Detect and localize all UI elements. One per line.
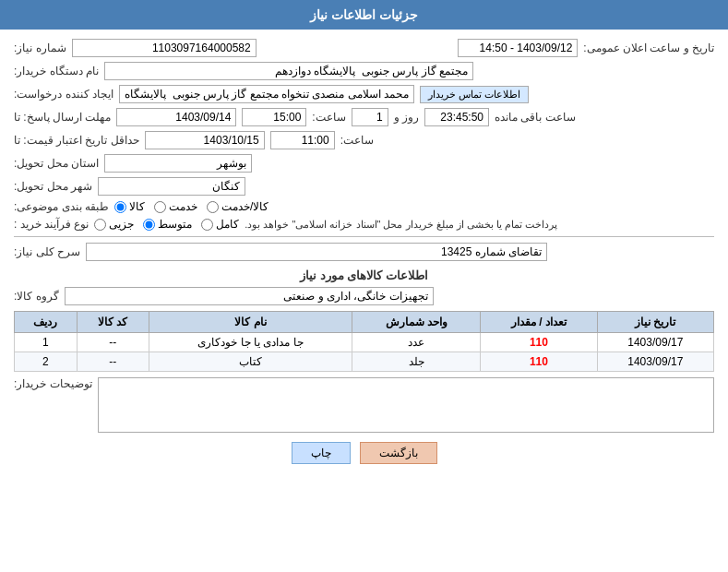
table-row: 1403/09/17 110 عدد جا مدادی یا جا خودکار… <box>15 333 714 352</box>
category-radio-g[interactable] <box>114 201 126 213</box>
city-label: شهر محل تحویل: <box>14 180 92 193</box>
content-area: تاریخ و ساعت اعلان عمومی: شماره نیاز: نا… <box>0 30 728 483</box>
cell-code: -- <box>77 352 149 372</box>
purchase-label-partial: جزیی <box>109 218 134 231</box>
goods-section-title: اطلاعات کالاهای مورد نیاز <box>14 268 714 282</box>
cell-code: -- <box>77 333 149 352</box>
col-name: نام کالا <box>149 312 352 333</box>
requester-input[interactable] <box>119 85 414 103</box>
purchase-type-label: نوع فرآیند خرید : <box>14 218 89 231</box>
row-notes: توضیحات خریدار: <box>14 377 714 433</box>
need-number-label: شماره نیاز: <box>14 42 66 54</box>
price-time-input[interactable] <box>270 131 335 149</box>
days-input[interactable] <box>352 108 388 126</box>
row-purchase-type: پرداخت تمام یا بخشی از مبلغ خریدار محل "… <box>14 218 714 231</box>
row-price-deadline: ساعت: حداقل تاریخ اعتبار قیمت: تا <box>14 131 714 149</box>
separator <box>14 236 714 237</box>
province-label: استان محل تحویل: <box>14 157 99 170</box>
time-label: ساعت: <box>312 111 345 124</box>
category-label-gs: کالا/خدمت <box>221 200 269 213</box>
category-option-goods-service[interactable]: کالا/خدمت <box>207 200 269 213</box>
row-need-number: تاریخ و ساعت اعلان عمومی: شماره نیاز: <box>14 39 714 57</box>
price-deadline-label: حداقل تاریخ اعتبار قیمت: تا <box>14 134 139 147</box>
date-time-input[interactable] <box>458 39 578 57</box>
remaining-label: ساعت باقی مانده <box>495 111 576 124</box>
goods-table: تاریخ نیاز تعداد / مقدار واحد شمارش نام … <box>14 311 714 372</box>
category-option-service[interactable]: خدمت <box>154 200 197 213</box>
purchase-note: پرداخت تمام یا بخشی از مبلغ خریدار محل "… <box>245 219 557 231</box>
contact-button[interactable]: اطلاعات تماس خریدار <box>420 86 529 103</box>
summary-label: سرح کلی نیاز: <box>14 245 80 258</box>
row-requester: اطلاعات تماس خریدار ایجاد کننده درخواست: <box>14 85 714 103</box>
summary-input[interactable] <box>86 243 547 261</box>
city-input[interactable] <box>98 177 245 196</box>
cell-unit: عدد <box>352 333 481 352</box>
category-option-goods[interactable]: کالا <box>114 200 145 213</box>
row-goods-group: گروه کالا: <box>14 287 714 305</box>
print-button[interactable]: چاپ <box>292 442 351 464</box>
purchase-option-full[interactable]: کامل <box>201 218 239 231</box>
col-date: تاریخ نیاز <box>597 312 713 333</box>
category-label-s: خدمت <box>169 200 197 213</box>
cell-row: 1 <box>15 333 78 352</box>
row-response-deadline: ساعت باقی مانده روز و ساعت: مهلت ارسال پ… <box>14 108 714 126</box>
col-row: ردیف <box>15 312 78 333</box>
requester-label: ایجاد کننده درخواست: <box>14 88 113 101</box>
cell-qty: 110 <box>481 352 597 372</box>
purchase-radio-group: کامل متوسط جزیی <box>94 218 239 231</box>
row-province: استان محل تحویل: <box>14 154 714 173</box>
response-date-input[interactable] <box>116 108 236 126</box>
goods-table-body: 1403/09/17 110 عدد جا مدادی یا جا خودکار… <box>15 333 714 372</box>
days-label: روز و <box>394 111 419 124</box>
response-deadline-label: مهلت ارسال پاسخ: تا <box>14 111 111 124</box>
category-radio-gs[interactable] <box>207 201 219 213</box>
price-date-input[interactable] <box>145 131 265 149</box>
goods-group-label: گروه کالا: <box>14 290 59 303</box>
buyer-name-label: نام دستگاه خریدار: <box>14 65 99 77</box>
cell-row: 2 <box>15 352 78 372</box>
purchase-radio-full[interactable] <box>201 219 213 231</box>
col-unit: واحد شمارش <box>352 312 481 333</box>
need-number-input[interactable] <box>72 39 257 57</box>
col-qty: تعداد / مقدار <box>481 312 597 333</box>
table-header-row: تاریخ نیاز تعداد / مقدار واحد شمارش نام … <box>15 312 714 333</box>
row-category: کالا/خدمت خدمت کالا طبقه بندی موضوعی: <box>14 200 714 213</box>
response-time-input[interactable] <box>242 108 306 126</box>
purchase-label-medium: متوسط <box>158 218 192 231</box>
row-summary: سرح کلی نیاز: <box>14 243 714 261</box>
category-label-g: کالا <box>129 200 145 213</box>
table-row: 1403/09/17 110 جلد کتاب -- 2 <box>15 352 714 372</box>
cell-date: 1403/09/17 <box>597 333 713 352</box>
row-buyer-name: نام دستگاه خریدار: <box>14 62 714 80</box>
row-city: شهر محل تحویل: <box>14 177 714 196</box>
remaining-input[interactable] <box>424 108 489 126</box>
goods-group-input[interactable] <box>65 287 434 305</box>
date-time-label: تاریخ و ساعت اعلان عمومی: <box>583 42 714 54</box>
cell-date: 1403/09/17 <box>597 352 713 372</box>
category-radio-s[interactable] <box>154 201 166 213</box>
back-button[interactable]: بازگشت <box>360 442 437 464</box>
notes-textarea[interactable] <box>98 377 714 433</box>
cell-name: جا مدادی یا جا خودکاری <box>149 333 352 352</box>
page-header: جزئیات اطلاعات نیاز <box>0 0 728 30</box>
notes-label: توضیحات خریدار: <box>14 377 92 390</box>
category-radio-group: کالا/خدمت خدمت کالا <box>114 200 269 213</box>
purchase-radio-partial[interactable] <box>94 219 106 231</box>
purchase-radio-medium[interactable] <box>143 219 155 231</box>
purchase-option-partial[interactable]: جزیی <box>94 218 134 231</box>
buyer-name-input[interactable] <box>104 62 473 80</box>
col-code: کد کالا <box>77 312 149 333</box>
cell-qty: 110 <box>481 333 597 352</box>
category-label: طبقه بندی موضوعی: <box>14 200 109 213</box>
purchase-label-full: کامل <box>216 218 239 231</box>
buttons-row: بازگشت چاپ <box>14 442 714 464</box>
price-time-label2: ساعت: <box>340 134 374 147</box>
cell-unit: جلد <box>352 352 481 372</box>
purchase-option-medium[interactable]: متوسط <box>143 218 192 231</box>
page-wrapper: جزئیات اطلاعات نیاز تاریخ و ساعت اعلان ع… <box>0 0 728 572</box>
cell-name: کتاب <box>149 352 352 372</box>
province-input[interactable] <box>104 154 252 173</box>
page-title: جزئیات اطلاعات نیاز <box>310 7 418 22</box>
